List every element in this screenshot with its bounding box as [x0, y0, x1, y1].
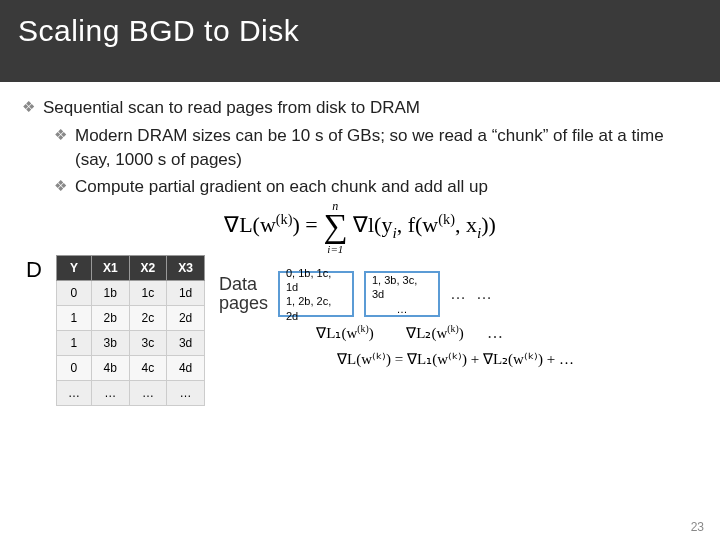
bullet-marker-icon: ❖	[22, 96, 35, 120]
sum-upper: n	[332, 199, 338, 214]
sum-formula: ∇L(w⁽ᵏ⁾) = ∇L₁(w⁽ᵏ⁾) + ∇L₂(w⁽ᵏ⁾) + …	[225, 350, 686, 368]
table-row: 01b1c1d	[56, 281, 204, 306]
page-box-2: 1, 3b, 3c, 3d …	[364, 271, 440, 317]
sum-lower: i=1	[327, 243, 343, 255]
table-row: …………	[56, 381, 204, 406]
table-label: D	[26, 257, 42, 283]
bullet-list: ❖ Sequential scan to read pages from dis…	[22, 96, 698, 199]
gradient-labels: ∇L₁(w(k)) ∇L₂(w(k)) …	[307, 323, 686, 342]
ellipsis-3: …	[487, 324, 503, 342]
ellipsis-2: …	[476, 285, 492, 303]
bullet-1b: ❖ Compute partial gradient on each chunk…	[54, 175, 698, 199]
page1-line2: 1, 2b, 2c, 2d	[286, 294, 346, 323]
th-1: X1	[91, 256, 129, 281]
bullet-1a: ❖ Modern DRAM sizes can be 10 s of GBs; …	[54, 124, 698, 172]
bullet-marker-icon: ❖	[54, 124, 67, 172]
th-2: X2	[129, 256, 167, 281]
table-row: 04b4c4d	[56, 356, 204, 381]
formula-rhs-b: , f(w	[397, 213, 439, 238]
bullet-1: ❖ Sequential scan to read pages from dis…	[22, 96, 698, 120]
content-area: ❖ Sequential scan to read pages from dis…	[0, 82, 720, 406]
bullet-marker-icon: ❖	[54, 175, 67, 199]
data-table: Y X1 X2 X3 01b1c1d 12b2c2d 13b3c3d 04b4c…	[56, 255, 205, 406]
page1-line1: 0, 1b, 1c, 1d	[286, 266, 346, 295]
formula-eq: ) =	[292, 213, 323, 238]
formula-rhs-a: ∇l(y	[353, 213, 392, 238]
formula-rhs-sup: (k)	[438, 211, 455, 227]
page-box-1: 0, 1b, 1c, 1d 1, 2b, 2c, 2d	[278, 271, 354, 317]
summation-icon: n ∑ i=1	[323, 211, 347, 243]
formula-rhs-c: , x	[455, 213, 477, 238]
ellipsis-1: …	[450, 285, 466, 303]
data-pages-label: Data pages	[219, 275, 268, 315]
slide-title: Scaling BGD to Disk	[18, 14, 702, 48]
bullet-1a-text: Modern DRAM sizes can be 10 s of GBs; so…	[75, 124, 698, 172]
table-body: 01b1c1d 12b2c2d 13b3c3d 04b4c4d …………	[56, 281, 204, 406]
page-number: 23	[691, 520, 704, 534]
formula-lhs-sup: (k)	[276, 211, 293, 227]
bullet-1b-text: Compute partial gradient on each chunk a…	[75, 175, 488, 199]
th-0: Y	[56, 256, 91, 281]
grad-term-2: ∇L₂(w(k))	[397, 323, 473, 342]
formula-rhs-d: ))	[481, 213, 496, 238]
lower-area: D Y X1 X2 X3 01b1c1d 12b2c2d 13b3c3d 04b…	[22, 255, 698, 406]
grad-term-1: ∇L₁(w(k))	[307, 323, 383, 342]
formula-lhs: ∇L(w	[224, 213, 276, 238]
table-row: 13b3c3d	[56, 331, 204, 356]
table-row: 12b2c2d	[56, 306, 204, 331]
page2-line1: 1, 3b, 3c, 3d	[372, 273, 432, 302]
title-bar: Scaling BGD to Disk	[0, 0, 720, 82]
main-formula: ∇L(w(k)) = n ∑ i=1 ∇l(yi, f(w(k), xi))	[22, 211, 698, 243]
page2-line2: …	[397, 302, 408, 316]
th-3: X3	[167, 256, 205, 281]
table-header-row: Y X1 X2 X3	[56, 256, 204, 281]
pages-area: Data pages 0, 1b, 1c, 1d 1, 2b, 2c, 2d 1…	[219, 271, 686, 368]
pages-row: Data pages 0, 1b, 1c, 1d 1, 2b, 2c, 2d 1…	[219, 271, 686, 317]
bullet-1-text: Sequential scan to read pages from disk …	[43, 96, 420, 120]
